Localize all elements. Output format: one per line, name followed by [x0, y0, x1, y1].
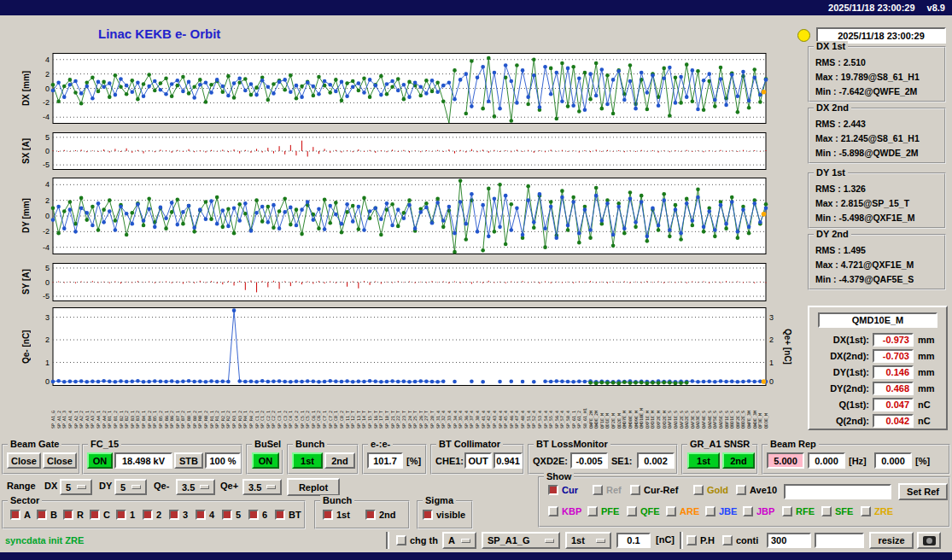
- screenshot-button[interactable]: [917, 532, 941, 549]
- conti-checkbox[interactable]: conti: [722, 535, 758, 545]
- checkbox-jbe[interactable]: JBE: [705, 506, 737, 516]
- checkbox-3[interactable]: 3: [169, 510, 188, 520]
- bpm-axis-label: SP_A4_2: [102, 388, 107, 429]
- stat-rms: RMS : 2.443: [815, 117, 944, 131]
- replot-button[interactable]: Replot: [287, 478, 340, 496]
- bpm-axis-label: SP_B3_2: [135, 388, 140, 429]
- qmd-row: DX(2nd):-0.703mm: [809, 347, 946, 364]
- bpm-axis-label: SP_11_T: [345, 388, 350, 429]
- bunch-select-title: Bunch: [320, 495, 354, 506]
- ph-checkbox[interactable]: P.H: [686, 535, 715, 545]
- blank-input[interactable]: [815, 533, 864, 548]
- chg-th-checkbox[interactable]: chg th: [396, 535, 438, 545]
- resize-button[interactable]: resize: [869, 532, 914, 549]
- checkbox-pfe[interactable]: PFE: [587, 506, 619, 516]
- conti-label: conti: [736, 535, 758, 545]
- svg-text:2: 2: [769, 335, 774, 344]
- checkbox-rfe[interactable]: RFE: [782, 506, 815, 516]
- stat-max: Max : 2.815@SP_15_T: [815, 196, 944, 211]
- bunch-1st-button[interactable]: 1st: [292, 452, 323, 469]
- range-dy-select[interactable]: 5: [114, 479, 147, 495]
- svg-text:4: 4: [45, 180, 50, 189]
- bpm-axis-label: SP_A1_2: [56, 388, 61, 429]
- bpm-axis-label: SP_16_T: [373, 388, 378, 429]
- range-qep-select[interactable]: 3.5: [242, 479, 282, 495]
- checkbox-2nd[interactable]: 2nd: [365, 510, 396, 520]
- checkbox-5[interactable]: 5: [222, 510, 241, 520]
- checkbox-6[interactable]: 6: [248, 510, 267, 520]
- checkbox-indicator: [666, 506, 676, 516]
- sy-steering-plot: 50-5: [34, 263, 779, 301]
- checkbox-b[interactable]: B: [37, 510, 57, 520]
- bunch-2nd-button[interactable]: 2nd: [324, 452, 355, 469]
- bpm-axis-label: SP_54_4: [543, 388, 548, 429]
- bpm-axis-label: SP_R3_1: [231, 388, 237, 429]
- checkbox-label: 5: [236, 510, 241, 520]
- checkbox-r[interactable]: R: [63, 510, 84, 520]
- checkbox-indicator: [686, 535, 697, 545]
- bpm-select[interactable]: SP_A1_G: [482, 532, 560, 549]
- set-ref-input[interactable]: [784, 484, 891, 499]
- beam-gate-close-1-button[interactable]: Close: [7, 452, 41, 469]
- qmd-value: 0.146: [873, 365, 914, 379]
- range-qem-select[interactable]: 3.5: [176, 479, 215, 495]
- beam-gate-close-2-button[interactable]: Close: [43, 452, 77, 469]
- checkbox-1[interactable]: 1: [116, 510, 135, 520]
- checkbox-c[interactable]: C: [90, 510, 110, 520]
- bpm-axis-label: SP_33_4: [447, 388, 452, 429]
- fc15-stb-button[interactable]: STB: [174, 452, 203, 469]
- checkbox-cur-ref[interactable]: Cur-Ref: [630, 485, 678, 495]
- bpm-axis-label: SP_A2_1: [73, 388, 79, 429]
- bpm-axis-label: SP_B4_2: [147, 388, 152, 429]
- stat-rms: RMS : 1.495: [815, 243, 944, 258]
- checkbox-a[interactable]: A: [10, 510, 31, 520]
- beam-rep-title: Beam Rep: [768, 439, 819, 450]
- checkbox-zre[interactable]: ZRE: [861, 506, 893, 516]
- checkbox-ave10[interactable]: Ave10: [736, 485, 777, 495]
- checkbox-sfe[interactable]: SFE: [821, 506, 853, 516]
- checkbox-1st[interactable]: 1st: [323, 510, 350, 520]
- range-dx-select[interactable]: 5: [60, 479, 92, 495]
- bpm-axis-label: QAF5E_S: [712, 388, 717, 429]
- threshold-input[interactable]: 0.1: [616, 533, 651, 548]
- checkbox-4[interactable]: 4: [196, 510, 214, 520]
- bpm-axis-label: SP_46_4: [509, 388, 514, 429]
- bpm-axis-label: SP_C6_2: [316, 388, 321, 429]
- checkbox-ref[interactable]: Ref: [593, 485, 622, 495]
- svg-text:2: 2: [45, 70, 50, 79]
- svg-text:4: 4: [45, 55, 50, 64]
- checkbox-jbp[interactable]: JBP: [743, 506, 774, 516]
- checkbox-gold[interactable]: Gold: [693, 485, 728, 495]
- fc15-percent-display: 100 %: [205, 452, 241, 469]
- bpm-axis-label: SP_B6_1: [164, 388, 169, 429]
- busel-on-button[interactable]: ON: [252, 452, 279, 469]
- checkbox-label: Ave10: [750, 485, 777, 495]
- qmd-rows: DX(1st):-0.973mmDX(2nd):-0.703mmDY(1st):…: [809, 331, 946, 429]
- checkbox-2[interactable]: 2: [143, 510, 161, 520]
- checkbox-label: Ref: [606, 485, 622, 495]
- fc15-group: FC_15 ON 18.498 kV STB 100 %: [82, 444, 242, 475]
- gr-a1-1st-button[interactable]: 1st: [687, 452, 720, 469]
- sector-select[interactable]: A: [442, 532, 476, 549]
- checkbox-cur[interactable]: Cur: [548, 485, 578, 495]
- checkbox-kbp[interactable]: KBP: [548, 506, 581, 516]
- bpm-axis-label: QWFE_2M: [588, 388, 593, 429]
- checkbox-indicator: [743, 506, 753, 516]
- beam-rep-value3-display: 0.000: [874, 452, 912, 469]
- bunch-group: Bunch 1st 2nd: [287, 444, 359, 475]
- dx-2nd-stats-title: DX 2nd: [814, 102, 851, 114]
- gr-a1-2nd-button[interactable]: 2nd: [722, 452, 755, 469]
- checkbox-bt[interactable]: BT: [275, 510, 301, 520]
- bpm-axis-label: SP_B5_1: [152, 388, 157, 429]
- checkbox-are[interactable]: ARE: [666, 506, 699, 516]
- checkbox-qfe[interactable]: QFE: [627, 506, 660, 516]
- ee-ratio-unit: [%]: [406, 452, 421, 469]
- bpm-axis-label: SP_C5_2: [305, 388, 310, 429]
- bunch-select-dropdown[interactable]: 1st: [565, 532, 611, 549]
- fc15-on-button[interactable]: ON: [87, 452, 113, 469]
- interval-input[interactable]: 300: [767, 533, 811, 548]
- checkbox-label: ZRE: [874, 506, 893, 516]
- checkbox-visible[interactable]: visible: [423, 510, 465, 520]
- chart-canvas-sx: 50-5: [34, 132, 779, 170]
- set-ref-button[interactable]: Set Ref: [898, 483, 948, 500]
